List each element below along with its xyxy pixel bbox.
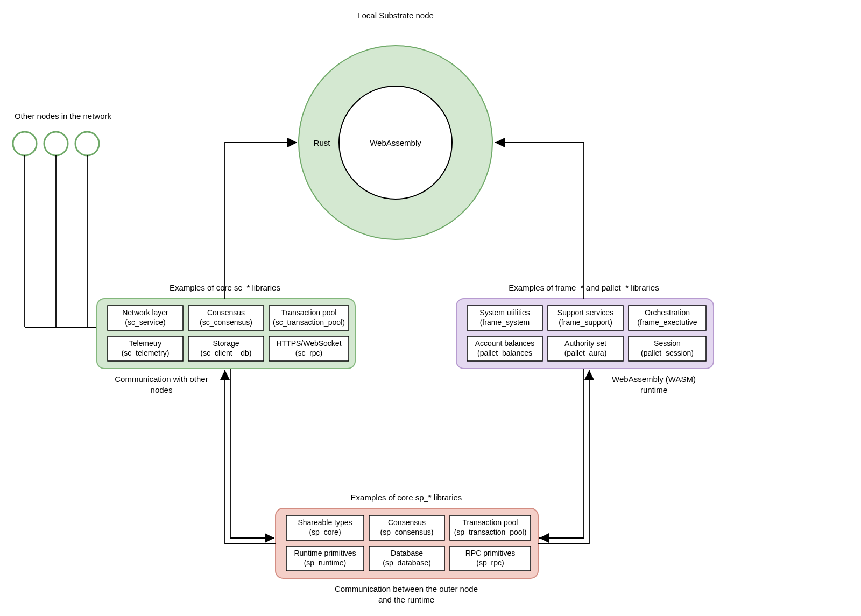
sp-item: RPC primitives (sp_rpc) [450,546,531,571]
svg-text:Network layer: Network layer [122,308,168,317]
arrow-sp-to-sc [225,370,276,543]
frame-item: Account balances (pallet_balances [467,336,542,361]
svg-text:Transaction pool: Transaction pool [463,518,518,527]
sp-item: Database (sp_database) [369,546,444,571]
frame-item: Support services (frame_support) [548,306,623,330]
svg-text:Support services: Support services [557,308,613,317]
sc-panel: Network layer (sc_service) Consensus (sc… [97,299,355,369]
frame-panel-footer: runtime [640,385,667,394]
sc-item: Storage (sc_client__db) [188,336,264,361]
svg-text:(sp_runtime): (sp_runtime) [304,558,347,567]
sp-item: Runtime primitives (sp_runtime) [286,546,364,571]
svg-text:(sp_transaction_pool): (sp_transaction_pool) [454,528,527,536]
svg-text:(sc_consensus): (sc_consensus) [200,318,252,327]
frame-panel-footer: WebAssembly (WASM) [612,374,696,384]
svg-text:(frame_exectutive: (frame_exectutive [637,318,697,327]
svg-text:RPC primitives: RPC primitives [465,549,516,557]
svg-text:System utilities: System utilities [479,308,530,317]
svg-text:(sc_client__db): (sc_client__db) [201,349,252,357]
svg-text:Database: Database [391,549,423,557]
svg-text:(sc_transaction_pool): (sc_transaction_pool) [273,318,345,327]
substrate-node-donut: Rust WebAssembly [299,46,492,239]
svg-text:(pallet_session): (pallet_session) [641,349,694,357]
frame-item: Authority set (pallet_aura) [548,336,623,361]
sp-panel-heading: Examples of core sp_* libraries [351,493,462,502]
diagram-title: Local Substrate node [357,11,434,20]
sp-panel-footer: and the runtime [378,595,434,604]
svg-text:(sc_rpc): (sc_rpc) [295,349,323,357]
svg-text:(sc_service): (sc_service) [125,318,165,327]
svg-text:Orchestration: Orchestration [645,308,690,317]
arrow-frame-to-node [495,143,584,299]
frame-item: Orchestration (frame_exectutive [629,306,706,330]
svg-text:Runtime primitives: Runtime primitives [294,549,356,557]
svg-text:Consensus: Consensus [388,518,426,527]
svg-text:(frame_support): (frame_support) [559,318,612,327]
arrow-sc-to-node [225,143,297,299]
svg-text:Authority set: Authority set [564,339,606,348]
donut-inner-label: WebAssembly [370,138,421,147]
svg-text:Transaction pool: Transaction pool [281,308,337,317]
arrow-sc-to-sp [230,369,274,538]
other-nodes-label: Other nodes in the network [15,111,112,121]
svg-text:Storage: Storage [213,339,239,348]
sc-item: Network layer (sc_service) [108,306,183,330]
sp-panel: Shareable types (sp_core) Consensus (sp_… [276,508,538,578]
diagram-canvas: Local Substrate node Rust WebAssembly Ot… [0,0,861,616]
svg-text:(sp_database): (sp_database) [383,558,431,567]
other-node-circle [44,132,68,155]
sp-item: Transaction pool (sp_transaction_pool) [450,515,531,540]
sc-item: HTTPS/WebSocket (sc_rpc) [269,336,349,361]
frame-item: System utilities (frame_system [467,306,542,330]
arrow-sp-to-frame [538,370,589,543]
sp-item: Consensus (sp_consensus) [369,515,444,540]
sp-item: Shareable types (sp_core) [286,515,364,540]
svg-text:(sp_consensus): (sp_consensus) [380,528,434,536]
frame-panel: System utilities (frame_system Support s… [456,299,714,369]
other-node-circle [75,132,99,155]
sc-item: Consensus (sc_consensus) [188,306,264,330]
sc-item: Transaction pool (sc_transaction_pool) [269,306,349,330]
donut-outer-label: Rust [314,138,331,147]
other-node-circle [13,132,37,155]
svg-text:Telemetry: Telemetry [129,339,162,348]
arrow-frame-to-sp [539,369,584,538]
svg-text:(sp_core): (sp_core) [309,528,341,536]
svg-text:HTTPS/WebSocket: HTTPS/WebSocket [276,339,341,348]
frame-item: Session (pallet_session) [629,336,706,361]
svg-text:Account balances: Account balances [475,339,535,348]
svg-text:(frame_system: (frame_system [480,318,530,327]
sc-panel-footer: Communication with other [115,374,208,384]
svg-text:(sc_telemetry): (sc_telemetry) [122,349,170,357]
svg-text:Consensus: Consensus [207,308,245,317]
sc-item: Telemetry (sc_telemetry) [108,336,183,361]
svg-text:(sp_rpc): (sp_rpc) [476,558,504,567]
svg-text:Session: Session [654,339,681,348]
sc-panel-footer: nodes [151,385,173,394]
svg-text:(pallet_balances: (pallet_balances [477,349,532,357]
svg-text:(pallet_aura): (pallet_aura) [564,349,607,357]
sp-panel-footer: Communication between the outer node [335,584,478,593]
svg-text:Shareable types: Shareable types [298,518,352,527]
